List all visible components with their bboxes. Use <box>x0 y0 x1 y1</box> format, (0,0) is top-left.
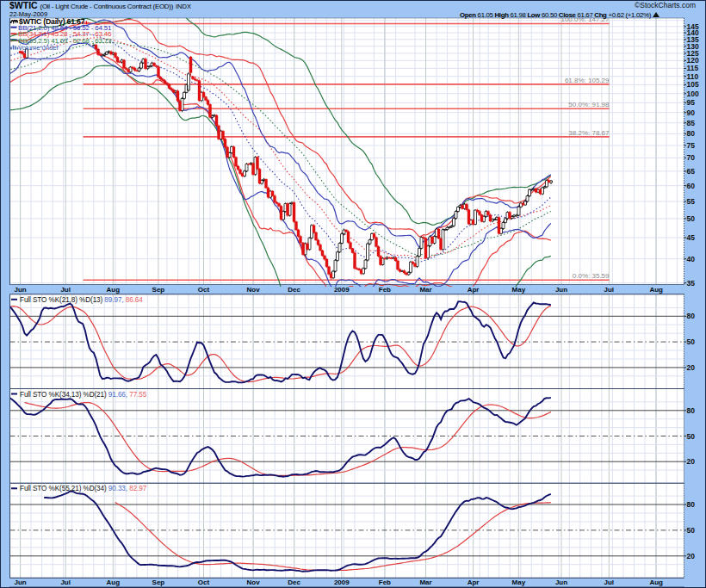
svg-text:50.0%: 91.98: 50.0%: 91.98 <box>568 101 610 108</box>
svg-text:20: 20 <box>687 457 696 466</box>
svg-text:Open 61.05 High 61.98 Low 60.5: Open 61.05 High 61.98 Low 60.50 Close 61… <box>460 11 652 19</box>
svg-text:Feb: Feb <box>379 286 391 294</box>
svg-text:50: 50 <box>687 337 696 346</box>
svg-text:20: 20 <box>687 363 696 372</box>
svg-text:105: 105 <box>687 80 699 89</box>
svg-text:Sep: Sep <box>152 286 165 294</box>
svg-text:65: 65 <box>687 167 696 176</box>
svg-text:Jun: Jun <box>14 579 26 586</box>
svg-text:Full STO %K(21,8) %D(13) 89.97: Full STO %K(21,8) %D(13) 89.97, 86.64 <box>20 296 143 304</box>
svg-text:38.2%: 78.67: 38.2%: 78.67 <box>568 129 610 137</box>
svg-text:75: 75 <box>687 141 696 150</box>
svg-text:100: 100 <box>687 90 699 98</box>
svg-text:Aug: Aug <box>649 286 663 294</box>
svg-text:Sep: Sep <box>152 579 165 586</box>
svg-text:Jul: Jul <box>604 286 615 294</box>
svg-text:Volume undef: Volume undef <box>18 44 59 52</box>
svg-text:Aug: Aug <box>107 286 121 294</box>
svg-text:50: 50 <box>687 432 696 441</box>
svg-text:115: 115 <box>687 64 699 72</box>
svg-text:80: 80 <box>687 500 696 509</box>
svg-text:©StockCharts.com: ©StockCharts.com <box>635 1 696 9</box>
svg-text:Mar: Mar <box>419 579 431 586</box>
svg-text:0.0%: 35.59: 0.0%: 35.59 <box>573 272 610 280</box>
svg-text:May: May <box>512 286 526 294</box>
svg-text:70: 70 <box>687 153 696 162</box>
svg-text:Full STO %K(55,21) %D(34) 90.3: Full STO %K(55,21) %D(34) 90.33, 82.97 <box>20 485 147 492</box>
svg-text:50: 50 <box>687 526 696 535</box>
svg-text:2009: 2009 <box>334 286 350 294</box>
svg-text:85: 85 <box>687 119 696 127</box>
svg-text:Aug: Aug <box>649 579 663 586</box>
svg-text:Nov: Nov <box>247 579 261 586</box>
svg-text:Full STO %K(34,13) %D(21) 91.6: Full STO %K(34,13) %D(21) 91.66, 77.55 <box>20 391 147 399</box>
svg-text:45: 45 <box>687 233 696 242</box>
svg-text:Mar: Mar <box>419 286 431 294</box>
svg-text:40: 40 <box>687 255 696 263</box>
svg-text:80: 80 <box>687 129 696 138</box>
svg-text:22-May-2009: 22-May-2009 <box>9 10 47 18</box>
svg-text:Dec: Dec <box>288 286 300 294</box>
svg-text:May: May <box>512 579 526 586</box>
svg-text:Feb: Feb <box>379 579 391 586</box>
svg-text:Oct: Oct <box>198 286 210 294</box>
svg-text:61.8%: 105.29: 61.8%: 105.29 <box>565 77 610 84</box>
svg-text:Jun: Jun <box>14 286 26 294</box>
svg-text:20: 20 <box>687 552 696 560</box>
svg-text:90: 90 <box>687 108 696 117</box>
svg-text:Jun: Jun <box>555 579 567 586</box>
svg-text:Nov: Nov <box>247 286 261 294</box>
svg-text:50: 50 <box>687 214 696 223</box>
svg-text:Apr: Apr <box>468 286 480 294</box>
svg-text:55: 55 <box>687 197 696 206</box>
svg-text:2009: 2009 <box>334 579 350 586</box>
svg-text:35: 35 <box>687 279 696 288</box>
svg-text:Jul: Jul <box>60 579 71 586</box>
svg-text:80: 80 <box>687 312 696 320</box>
svg-text:Jun: Jun <box>555 286 567 294</box>
svg-text:Jul: Jul <box>60 286 71 294</box>
svg-text:110: 110 <box>687 72 699 81</box>
svg-text:Apr: Apr <box>468 579 480 586</box>
svg-text:145: 145 <box>687 22 699 31</box>
svg-text:$WTIC (Oil - Light Crude - Con: $WTIC (Oil - Light Crude - Continuous Co… <box>9 0 191 10</box>
svg-text:Aug: Aug <box>107 579 121 586</box>
svg-text:Jul: Jul <box>604 579 615 586</box>
svg-text:Oct: Oct <box>198 579 210 586</box>
svg-text:80: 80 <box>687 406 696 415</box>
svg-text:95: 95 <box>687 98 696 107</box>
svg-text:Dec: Dec <box>288 579 300 586</box>
svg-text:60: 60 <box>687 182 696 190</box>
